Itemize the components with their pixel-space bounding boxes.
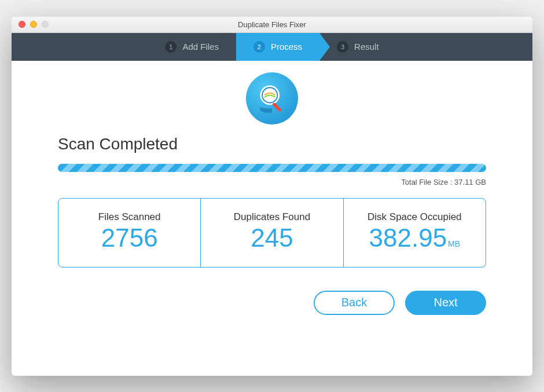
stat-value: 2756 — [64, 225, 194, 251]
stat-label: Disk Space Occupied — [350, 211, 480, 223]
step-label: Process — [271, 42, 302, 52]
next-button[interactable]: Next — [405, 291, 486, 315]
stat-duplicates-found: Duplicates Found 245 — [200, 199, 343, 267]
window-controls — [19, 21, 49, 28]
step-process[interactable]: 2 Process — [236, 33, 319, 61]
page-title: Scan Completed — [58, 135, 178, 153]
stat-disk-space: Disk Space Occupied 382.95MB — [343, 199, 486, 267]
app-window: Duplicate Files Fixer 1 Add Files 2 Proc… — [12, 17, 532, 376]
stats-panel: Files Scanned 2756 Duplicates Found 245 … — [58, 198, 486, 268]
svg-rect-2 — [272, 102, 282, 112]
stat-value: 245 — [207, 225, 337, 251]
button-row: Back Next — [314, 291, 486, 315]
app-logo-icon — [246, 72, 298, 124]
stat-unit: MB — [448, 239, 460, 248]
stat-label: Files Scanned — [64, 211, 194, 223]
step-add-files[interactable]: 1 Add Files — [148, 33, 236, 61]
titlebar: Duplicate Files Fixer — [12, 17, 532, 33]
stat-label: Duplicates Found — [207, 211, 337, 223]
stat-value: 382.95 — [369, 224, 447, 252]
back-button[interactable]: Back — [314, 291, 395, 315]
stat-files-scanned: Files Scanned 2756 — [58, 199, 200, 267]
step-label: Result — [354, 42, 379, 52]
window-title: Duplicate Files Fixer — [12, 20, 532, 29]
close-icon[interactable] — [19, 21, 25, 28]
step-number: 2 — [253, 41, 265, 53]
stepper-nav: 1 Add Files 2 Process 3 Result — [12, 33, 532, 61]
total-filesize: Total File Size : 37.11 GB — [401, 178, 486, 186]
step-number: 1 — [165, 41, 177, 53]
progress-bar — [58, 164, 486, 172]
step-label: Add Files — [182, 42, 219, 52]
step-result[interactable]: 3 Result — [319, 33, 396, 61]
maximize-icon[interactable] — [42, 21, 49, 28]
main-content: Scan Completed Total File Size : 37.11 G… — [12, 61, 532, 376]
minimize-icon[interactable] — [30, 21, 37, 28]
step-number: 3 — [337, 41, 348, 53]
